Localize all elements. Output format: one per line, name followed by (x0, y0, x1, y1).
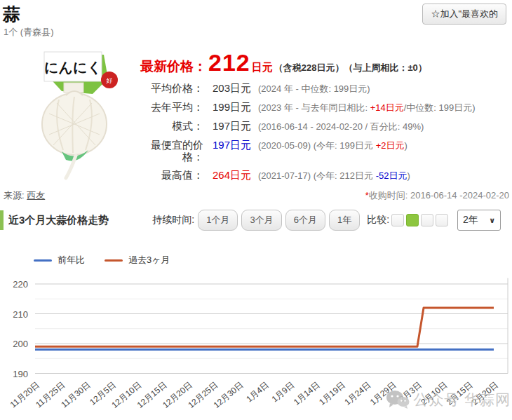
svg-text:1月14日: 1月14日 (292, 380, 322, 407)
duration-button-3month[interactable]: 3个月 (241, 210, 281, 231)
svg-text:1月29日: 1月29日 (368, 380, 398, 407)
svg-text:1月4日: 1月4日 (244, 380, 271, 405)
chart-toolbar: 近3个月大蒜价格走势 持续时间: 1个月 3个月 6个月 1年 比较: 2年 ∨ (0, 208, 512, 233)
page-subtitle: 1个 (青森县) (4, 26, 54, 39)
row-value: 203日元 (203, 82, 251, 95)
chevron-down-icon: ∨ (489, 216, 495, 225)
svg-text:200: 200 (13, 339, 28, 349)
legend-label: 前年比 (58, 254, 85, 266)
svg-text:190: 190 (13, 369, 28, 379)
source-link[interactable]: 西友 (27, 190, 45, 201)
row-value: 197日元 (203, 139, 251, 163)
svg-text:220: 220 (13, 279, 28, 290)
product-label-text: にんにく (44, 60, 102, 75)
svg-text:1月19日: 1月19日 (317, 380, 347, 407)
duration-label: 持续时间: (152, 214, 194, 226)
legend-swatch-blue (34, 259, 52, 262)
legend-label: 過去3ヶ月 (128, 254, 170, 266)
compare-checkbox-3[interactable] (421, 214, 433, 226)
compare-checkbox-2[interactable] (406, 214, 419, 226)
duration-button-6month[interactable]: 6个月 (285, 210, 325, 231)
section-marker (0, 210, 4, 230)
section-title: 近3个月大蒜价格走势 (8, 214, 109, 227)
chart-legend: 前年比 過去3ヶ月 (34, 254, 190, 266)
price-row-average: 平均价格： 203日元 (2024 年 - 中位数: 199日元) (140, 82, 512, 95)
price-chart: 19020021022011月20日11月25日11月30日12月5日12月10… (0, 276, 512, 420)
svg-text:1月24日: 1月24日 (343, 380, 373, 407)
row-label: 最高值： (140, 169, 203, 182)
price-summary: 最新价格： 212 日元 （含税228日元）（与上周相比：±0） 平均价格： 2… (140, 50, 512, 182)
range-dropdown-value: 2年 (463, 214, 478, 226)
row-label: 最便宜的价格： (140, 139, 203, 163)
duration-button-1month[interactable]: 1个月 (198, 210, 238, 231)
source-row: 来源: 西友 *收购时间: 2016-06-14 -2024-02-20 (0, 187, 512, 203)
price-row-cheapest: 最便宜的价格： 197日元 (2020-05-09) (今年: 199日元 +2… (140, 139, 512, 163)
source-label: 来源: 西友 (4, 189, 45, 202)
row-note: (2021-07-17) (今年: 212日元 -52日元) (251, 169, 410, 182)
row-note: (2016-06-14 - 2024-02-20 / 百分比: 49%) (251, 120, 424, 133)
price-row-highest: 最高值： 264日元 (2021-07-17) (今年: 212日元 -52日元… (140, 169, 512, 182)
compare-checkbox-1[interactable] (391, 214, 404, 226)
legend-item-last3months: 過去3ヶ月 (105, 254, 170, 266)
add-favorite-button[interactable]: ☆加入"最喜欢的 (422, 4, 506, 25)
row-value: 264日元 (203, 169, 251, 182)
latest-price-row: 最新价格： 212 日元 （含税228日元）（与上周相比：±0） (140, 50, 512, 76)
svg-text:210: 210 (13, 309, 28, 320)
svg-text:好: 好 (107, 77, 113, 84)
garlic-image: にんにく 好 (25, 50, 130, 181)
product-image: にんにく 好 (25, 50, 130, 181)
compare-checkbox-4[interactable] (436, 214, 448, 226)
row-note: (2023 年 - 与去年同日相比: +14日元/中位数: 199日元) (251, 101, 476, 114)
latest-price-value: 212 (207, 50, 252, 74)
row-label: 模式： (140, 120, 203, 133)
legend-item-prevyear: 前年比 (34, 254, 85, 266)
latest-price-unit: 日元 (252, 61, 273, 74)
row-note: (2024 年 - 中位数: 199日元) (251, 82, 370, 95)
row-note: (2020-05-09) (今年: 199日元 +2日元) (251, 139, 407, 163)
range-dropdown[interactable]: 2年 ∨ (457, 210, 501, 231)
compare-label: 比较: (367, 214, 389, 226)
latest-price-note: （含税228日元）（与上周相比：±0） (274, 62, 427, 74)
row-label: 去年平均： (140, 101, 203, 114)
svg-text:2月15日: 2月15日 (445, 380, 475, 407)
row-value: 199日元 (203, 101, 251, 114)
duration-button-1year[interactable]: 1年 (329, 210, 360, 231)
acquisition-period: *收购时间: 2016-06-14 -2024-02-20 (365, 189, 509, 202)
row-label: 平均价格： (140, 82, 203, 95)
price-row-lastyear: 去年平均： 199日元 (2023 年 - 与去年同日相比: +14日元/中位数… (140, 101, 512, 114)
latest-price-label: 最新价格： (140, 57, 207, 76)
price-row-mode: 模式： 197日元 (2016-06-14 - 2024-02-20 / 百分比… (140, 120, 512, 133)
page-title: 蒜 (3, 3, 20, 26)
svg-text:2月20日: 2月20日 (470, 380, 500, 407)
row-value: 197日元 (203, 120, 251, 133)
legend-swatch-orange (105, 259, 123, 262)
svg-text:2月10日: 2月10日 (419, 380, 450, 407)
